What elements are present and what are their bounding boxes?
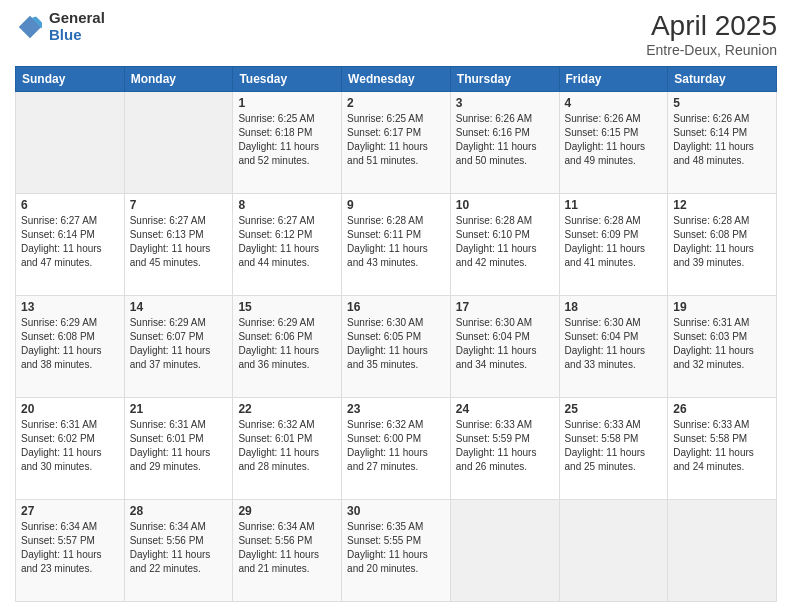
day-number: 3	[456, 96, 554, 110]
day-number: 27	[21, 504, 119, 518]
day-info: Sunrise: 6:34 AM Sunset: 5:56 PM Dayligh…	[238, 520, 336, 576]
calendar-cell: 10Sunrise: 6:28 AM Sunset: 6:10 PM Dayli…	[450, 194, 559, 296]
day-info: Sunrise: 6:35 AM Sunset: 5:55 PM Dayligh…	[347, 520, 445, 576]
day-info: Sunrise: 6:33 AM Sunset: 5:58 PM Dayligh…	[673, 418, 771, 474]
calendar-week-3: 20Sunrise: 6:31 AM Sunset: 6:02 PM Dayli…	[16, 398, 777, 500]
calendar-week-2: 13Sunrise: 6:29 AM Sunset: 6:08 PM Dayli…	[16, 296, 777, 398]
day-number: 25	[565, 402, 663, 416]
day-number: 20	[21, 402, 119, 416]
day-number: 28	[130, 504, 228, 518]
day-info: Sunrise: 6:26 AM Sunset: 6:16 PM Dayligh…	[456, 112, 554, 168]
day-number: 19	[673, 300, 771, 314]
calendar-cell: 21Sunrise: 6:31 AM Sunset: 6:01 PM Dayli…	[124, 398, 233, 500]
day-number: 4	[565, 96, 663, 110]
day-info: Sunrise: 6:28 AM Sunset: 6:08 PM Dayligh…	[673, 214, 771, 270]
day-info: Sunrise: 6:27 AM Sunset: 6:13 PM Dayligh…	[130, 214, 228, 270]
col-saturday: Saturday	[668, 67, 777, 92]
calendar-cell: 8Sunrise: 6:27 AM Sunset: 6:12 PM Daylig…	[233, 194, 342, 296]
day-number: 29	[238, 504, 336, 518]
day-number: 23	[347, 402, 445, 416]
col-sunday: Sunday	[16, 67, 125, 92]
calendar-cell	[16, 92, 125, 194]
calendar-cell: 5Sunrise: 6:26 AM Sunset: 6:14 PM Daylig…	[668, 92, 777, 194]
day-info: Sunrise: 6:27 AM Sunset: 6:14 PM Dayligh…	[21, 214, 119, 270]
day-number: 9	[347, 198, 445, 212]
day-info: Sunrise: 6:30 AM Sunset: 6:04 PM Dayligh…	[565, 316, 663, 372]
calendar-cell: 23Sunrise: 6:32 AM Sunset: 6:00 PM Dayli…	[342, 398, 451, 500]
day-number: 14	[130, 300, 228, 314]
col-tuesday: Tuesday	[233, 67, 342, 92]
day-info: Sunrise: 6:28 AM Sunset: 6:09 PM Dayligh…	[565, 214, 663, 270]
day-info: Sunrise: 6:32 AM Sunset: 6:00 PM Dayligh…	[347, 418, 445, 474]
calendar-cell: 4Sunrise: 6:26 AM Sunset: 6:15 PM Daylig…	[559, 92, 668, 194]
day-number: 5	[673, 96, 771, 110]
calendar-cell: 19Sunrise: 6:31 AM Sunset: 6:03 PM Dayli…	[668, 296, 777, 398]
day-info: Sunrise: 6:26 AM Sunset: 6:15 PM Dayligh…	[565, 112, 663, 168]
day-number: 13	[21, 300, 119, 314]
calendar-cell: 11Sunrise: 6:28 AM Sunset: 6:09 PM Dayli…	[559, 194, 668, 296]
header: General Blue April 2025 Entre-Deux, Reun…	[15, 10, 777, 58]
day-number: 7	[130, 198, 228, 212]
day-info: Sunrise: 6:33 AM Sunset: 5:59 PM Dayligh…	[456, 418, 554, 474]
day-number: 2	[347, 96, 445, 110]
day-number: 24	[456, 402, 554, 416]
day-info: Sunrise: 6:29 AM Sunset: 6:07 PM Dayligh…	[130, 316, 228, 372]
logo: General Blue	[15, 10, 105, 43]
day-info: Sunrise: 6:34 AM Sunset: 5:57 PM Dayligh…	[21, 520, 119, 576]
calendar-cell: 25Sunrise: 6:33 AM Sunset: 5:58 PM Dayli…	[559, 398, 668, 500]
calendar-cell: 22Sunrise: 6:32 AM Sunset: 6:01 PM Dayli…	[233, 398, 342, 500]
calendar-cell: 28Sunrise: 6:34 AM Sunset: 5:56 PM Dayli…	[124, 500, 233, 602]
calendar-cell: 16Sunrise: 6:30 AM Sunset: 6:05 PM Dayli…	[342, 296, 451, 398]
day-number: 11	[565, 198, 663, 212]
day-info: Sunrise: 6:33 AM Sunset: 5:58 PM Dayligh…	[565, 418, 663, 474]
day-info: Sunrise: 6:34 AM Sunset: 5:56 PM Dayligh…	[130, 520, 228, 576]
day-number: 1	[238, 96, 336, 110]
day-info: Sunrise: 6:25 AM Sunset: 6:18 PM Dayligh…	[238, 112, 336, 168]
day-info: Sunrise: 6:30 AM Sunset: 6:04 PM Dayligh…	[456, 316, 554, 372]
page-subtitle: Entre-Deux, Reunion	[646, 42, 777, 58]
logo-blue-text: Blue	[49, 27, 105, 44]
day-number: 16	[347, 300, 445, 314]
day-info: Sunrise: 6:31 AM Sunset: 6:03 PM Dayligh…	[673, 316, 771, 372]
calendar-cell: 6Sunrise: 6:27 AM Sunset: 6:14 PM Daylig…	[16, 194, 125, 296]
day-info: Sunrise: 6:29 AM Sunset: 6:08 PM Dayligh…	[21, 316, 119, 372]
calendar-cell: 18Sunrise: 6:30 AM Sunset: 6:04 PM Dayli…	[559, 296, 668, 398]
calendar-cell: 24Sunrise: 6:33 AM Sunset: 5:59 PM Dayli…	[450, 398, 559, 500]
col-friday: Friday	[559, 67, 668, 92]
calendar-cell: 17Sunrise: 6:30 AM Sunset: 6:04 PM Dayli…	[450, 296, 559, 398]
calendar-cell	[668, 500, 777, 602]
calendar-cell: 15Sunrise: 6:29 AM Sunset: 6:06 PM Dayli…	[233, 296, 342, 398]
logo-text: General Blue	[49, 10, 105, 43]
day-number: 26	[673, 402, 771, 416]
logo-general-text: General	[49, 10, 105, 27]
calendar-cell: 29Sunrise: 6:34 AM Sunset: 5:56 PM Dayli…	[233, 500, 342, 602]
calendar-cell: 27Sunrise: 6:34 AM Sunset: 5:57 PM Dayli…	[16, 500, 125, 602]
logo-icon	[15, 12, 45, 42]
day-number: 12	[673, 198, 771, 212]
calendar-cell: 1Sunrise: 6:25 AM Sunset: 6:18 PM Daylig…	[233, 92, 342, 194]
page: General Blue April 2025 Entre-Deux, Reun…	[0, 0, 792, 612]
day-number: 30	[347, 504, 445, 518]
day-number: 17	[456, 300, 554, 314]
day-info: Sunrise: 6:28 AM Sunset: 6:10 PM Dayligh…	[456, 214, 554, 270]
calendar-cell	[450, 500, 559, 602]
day-info: Sunrise: 6:32 AM Sunset: 6:01 PM Dayligh…	[238, 418, 336, 474]
day-number: 8	[238, 198, 336, 212]
day-info: Sunrise: 6:26 AM Sunset: 6:14 PM Dayligh…	[673, 112, 771, 168]
calendar-cell: 20Sunrise: 6:31 AM Sunset: 6:02 PM Dayli…	[16, 398, 125, 500]
calendar-week-0: 1Sunrise: 6:25 AM Sunset: 6:18 PM Daylig…	[16, 92, 777, 194]
day-info: Sunrise: 6:31 AM Sunset: 6:02 PM Dayligh…	[21, 418, 119, 474]
day-number: 22	[238, 402, 336, 416]
calendar-cell: 13Sunrise: 6:29 AM Sunset: 6:08 PM Dayli…	[16, 296, 125, 398]
day-info: Sunrise: 6:31 AM Sunset: 6:01 PM Dayligh…	[130, 418, 228, 474]
calendar-cell: 30Sunrise: 6:35 AM Sunset: 5:55 PM Dayli…	[342, 500, 451, 602]
calendar-week-4: 27Sunrise: 6:34 AM Sunset: 5:57 PM Dayli…	[16, 500, 777, 602]
day-number: 18	[565, 300, 663, 314]
calendar-table: Sunday Monday Tuesday Wednesday Thursday…	[15, 66, 777, 602]
calendar-cell	[124, 92, 233, 194]
title-block: April 2025 Entre-Deux, Reunion	[646, 10, 777, 58]
calendar-cell: 9Sunrise: 6:28 AM Sunset: 6:11 PM Daylig…	[342, 194, 451, 296]
col-monday: Monday	[124, 67, 233, 92]
calendar-cell: 26Sunrise: 6:33 AM Sunset: 5:58 PM Dayli…	[668, 398, 777, 500]
calendar-week-1: 6Sunrise: 6:27 AM Sunset: 6:14 PM Daylig…	[16, 194, 777, 296]
